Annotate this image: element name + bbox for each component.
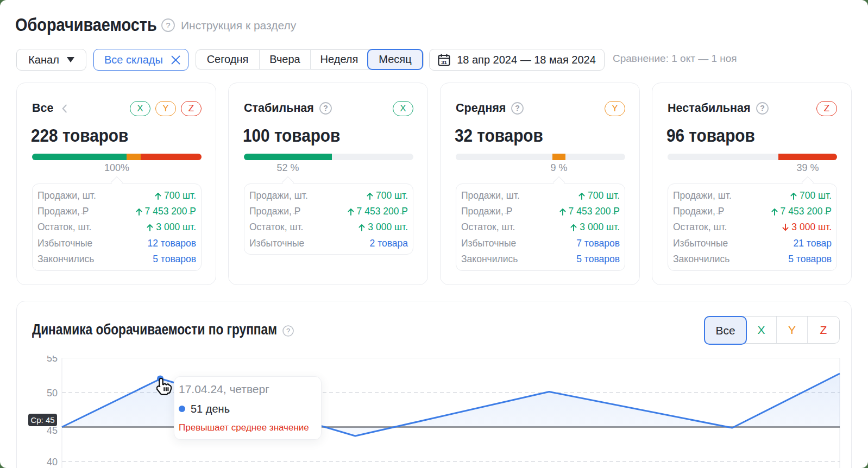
svg-text:31: 31 (441, 59, 447, 65)
svg-text:?: ? (760, 104, 765, 112)
svg-text:45: 45 (47, 425, 58, 436)
svg-text:40: 40 (47, 457, 58, 467)
svg-text:?: ? (515, 104, 520, 112)
svg-text:55: 55 (47, 356, 58, 364)
svg-text:50: 50 (47, 388, 58, 399)
svg-text:?: ? (286, 327, 290, 335)
svg-text:Ср: 45: Ср: 45 (30, 415, 54, 425)
svg-text:?: ? (166, 21, 170, 30)
svg-text:?: ? (323, 104, 328, 112)
